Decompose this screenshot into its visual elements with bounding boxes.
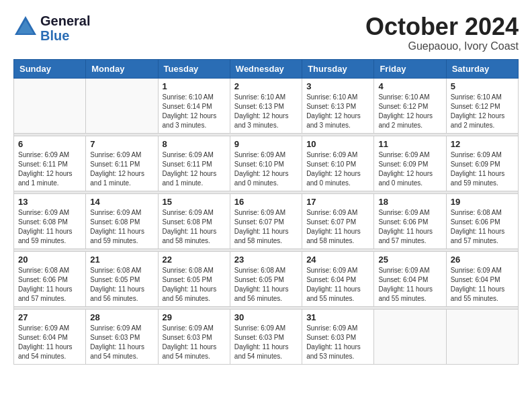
- day-info: Sunrise: 6:10 AM Sunset: 6:12 PM Dayligh…: [378, 93, 441, 130]
- calendar-week-row-1: 1Sunrise: 6:10 AM Sunset: 6:14 PM Daylig…: [14, 78, 519, 133]
- day-info: Sunrise: 6:09 AM Sunset: 6:03 PM Dayligh…: [163, 324, 226, 361]
- calendar-cell: 25Sunrise: 6:09 AM Sunset: 6:04 PM Dayli…: [374, 251, 446, 306]
- day-info: Sunrise: 6:08 AM Sunset: 6:06 PM Dayligh…: [451, 208, 514, 246]
- col-header-wednesday: Wednesday: [230, 59, 302, 78]
- month-title: October 2024: [365, 13, 519, 40]
- day-number: 7: [90, 139, 153, 149]
- calendar-cell: 19Sunrise: 6:08 AM Sunset: 6:06 PM Dayli…: [446, 193, 518, 248]
- calendar-week-row-4: 20Sunrise: 6:08 AM Sunset: 6:06 PM Dayli…: [14, 251, 519, 306]
- day-number: 17: [306, 197, 369, 207]
- logo-blue: Blue: [40, 28, 90, 43]
- calendar-header-row: SundayMondayTuesdayWednesdayThursdayFrid…: [14, 59, 519, 78]
- calendar-cell: 13Sunrise: 6:09 AM Sunset: 6:08 PM Dayli…: [14, 193, 86, 248]
- day-number: 6: [18, 139, 81, 149]
- day-info: Sunrise: 6:09 AM Sunset: 6:08 PM Dayligh…: [90, 208, 153, 246]
- calendar-cell: 30Sunrise: 6:09 AM Sunset: 6:03 PM Dayli…: [230, 309, 302, 364]
- day-info: Sunrise: 6:09 AM Sunset: 6:09 PM Dayligh…: [378, 150, 441, 188]
- col-header-friday: Friday: [374, 59, 446, 78]
- calendar-cell: 8Sunrise: 6:09 AM Sunset: 6:11 PM Daylig…: [158, 136, 230, 191]
- calendar-cell: 22Sunrise: 6:08 AM Sunset: 6:05 PM Dayli…: [158, 251, 230, 306]
- day-info: Sunrise: 6:10 AM Sunset: 6:14 PM Dayligh…: [163, 93, 226, 130]
- calendar-cell: 29Sunrise: 6:09 AM Sunset: 6:03 PM Dayli…: [158, 309, 230, 364]
- col-header-sunday: Sunday: [14, 59, 86, 78]
- day-info: Sunrise: 6:09 AM Sunset: 6:10 PM Dayligh…: [234, 150, 298, 188]
- calendar-cell: 11Sunrise: 6:09 AM Sunset: 6:09 PM Dayli…: [374, 136, 446, 191]
- calendar-cell: 12Sunrise: 6:09 AM Sunset: 6:09 PM Dayli…: [446, 136, 518, 191]
- day-number: 31: [306, 312, 369, 322]
- day-number: 26: [451, 255, 514, 265]
- day-info: Sunrise: 6:09 AM Sunset: 6:07 PM Dayligh…: [234, 208, 298, 246]
- day-info: Sunrise: 6:09 AM Sunset: 6:04 PM Dayligh…: [451, 266, 514, 304]
- calendar-cell: 28Sunrise: 6:09 AM Sunset: 6:03 PM Dayli…: [86, 309, 158, 364]
- day-info: Sunrise: 6:09 AM Sunset: 6:04 PM Dayligh…: [378, 266, 441, 304]
- day-number: 25: [378, 255, 441, 265]
- day-info: Sunrise: 6:09 AM Sunset: 6:07 PM Dayligh…: [306, 208, 369, 246]
- day-info: Sunrise: 6:10 AM Sunset: 6:13 PM Dayligh…: [234, 93, 298, 130]
- logo-general: General: [40, 13, 90, 28]
- day-info: Sunrise: 6:09 AM Sunset: 6:11 PM Dayligh…: [18, 150, 81, 188]
- calendar-cell: 16Sunrise: 6:09 AM Sunset: 6:07 PM Dayli…: [230, 193, 302, 248]
- day-number: 22: [163, 255, 226, 265]
- day-number: 15: [163, 197, 226, 207]
- col-header-thursday: Thursday: [302, 59, 374, 78]
- calendar-cell: 14Sunrise: 6:09 AM Sunset: 6:08 PM Dayli…: [86, 193, 158, 248]
- col-header-saturday: Saturday: [446, 59, 518, 78]
- day-number: 11: [378, 139, 441, 149]
- calendar-cell: 9Sunrise: 6:09 AM Sunset: 6:10 PM Daylig…: [230, 136, 302, 191]
- day-info: Sunrise: 6:08 AM Sunset: 6:05 PM Dayligh…: [90, 266, 153, 304]
- header: General Blue October 2024 Guepaouo, Ivor…: [13, 13, 519, 52]
- day-info: Sunrise: 6:09 AM Sunset: 6:10 PM Dayligh…: [306, 150, 369, 188]
- calendar-cell: [446, 309, 518, 364]
- day-number: 4: [378, 81, 441, 91]
- day-number: 1: [163, 81, 226, 91]
- day-number: 14: [90, 197, 153, 207]
- day-info: Sunrise: 6:08 AM Sunset: 6:06 PM Dayligh…: [18, 266, 81, 304]
- col-header-tuesday: Tuesday: [158, 59, 230, 78]
- day-number: 3: [306, 81, 369, 91]
- col-header-monday: Monday: [86, 59, 158, 78]
- calendar-cell: 5Sunrise: 6:10 AM Sunset: 6:12 PM Daylig…: [446, 78, 518, 133]
- day-number: 19: [451, 197, 514, 207]
- day-info: Sunrise: 6:09 AM Sunset: 6:11 PM Dayligh…: [163, 150, 226, 188]
- calendar-cell: 20Sunrise: 6:08 AM Sunset: 6:06 PM Dayli…: [14, 251, 86, 306]
- calendar-cell: 26Sunrise: 6:09 AM Sunset: 6:04 PM Dayli…: [446, 251, 518, 306]
- day-info: Sunrise: 6:09 AM Sunset: 6:08 PM Dayligh…: [163, 208, 226, 246]
- day-number: 27: [18, 312, 81, 322]
- logo-text: General Blue: [40, 13, 90, 43]
- calendar-cell: 17Sunrise: 6:09 AM Sunset: 6:07 PM Dayli…: [302, 193, 374, 248]
- calendar-cell: 24Sunrise: 6:09 AM Sunset: 6:04 PM Dayli…: [302, 251, 374, 306]
- day-info: Sunrise: 6:08 AM Sunset: 6:05 PM Dayligh…: [234, 266, 298, 304]
- calendar-cell: 1Sunrise: 6:10 AM Sunset: 6:14 PM Daylig…: [158, 78, 230, 133]
- calendar-cell: 3Sunrise: 6:10 AM Sunset: 6:13 PM Daylig…: [302, 78, 374, 133]
- day-info: Sunrise: 6:09 AM Sunset: 6:03 PM Dayligh…: [306, 324, 369, 361]
- calendar-week-row-2: 6Sunrise: 6:09 AM Sunset: 6:11 PM Daylig…: [14, 136, 519, 191]
- calendar-cell: 10Sunrise: 6:09 AM Sunset: 6:10 PM Dayli…: [302, 136, 374, 191]
- calendar-cell: 4Sunrise: 6:10 AM Sunset: 6:12 PM Daylig…: [374, 78, 446, 133]
- calendar-cell: [86, 78, 158, 133]
- calendar-cell: [374, 309, 446, 364]
- day-info: Sunrise: 6:09 AM Sunset: 6:03 PM Dayligh…: [234, 324, 298, 361]
- calendar-cell: 18Sunrise: 6:09 AM Sunset: 6:06 PM Dayli…: [374, 193, 446, 248]
- day-info: Sunrise: 6:09 AM Sunset: 6:08 PM Dayligh…: [18, 208, 81, 246]
- day-info: Sunrise: 6:09 AM Sunset: 6:09 PM Dayligh…: [451, 150, 514, 188]
- day-number: 16: [234, 197, 298, 207]
- logo: General Blue: [13, 13, 90, 43]
- location-subtitle: Guepaouo, Ivory Coast: [365, 40, 519, 52]
- calendar-cell: 27Sunrise: 6:09 AM Sunset: 6:04 PM Dayli…: [14, 309, 86, 364]
- calendar-cell: 15Sunrise: 6:09 AM Sunset: 6:08 PM Dayli…: [158, 193, 230, 248]
- day-number: 28: [90, 312, 153, 322]
- calendar-week-row-3: 13Sunrise: 6:09 AM Sunset: 6:08 PM Dayli…: [14, 193, 519, 248]
- day-number: 24: [306, 255, 369, 265]
- title-area: October 2024 Guepaouo, Ivory Coast: [365, 13, 519, 52]
- day-info: Sunrise: 6:10 AM Sunset: 6:12 PM Dayligh…: [451, 93, 514, 130]
- day-number: 5: [451, 81, 514, 91]
- day-number: 20: [18, 255, 81, 265]
- day-info: Sunrise: 6:08 AM Sunset: 6:05 PM Dayligh…: [163, 266, 226, 304]
- day-number: 8: [163, 139, 226, 149]
- calendar-cell: [14, 78, 86, 133]
- calendar-cell: 23Sunrise: 6:08 AM Sunset: 6:05 PM Dayli…: [230, 251, 302, 306]
- day-info: Sunrise: 6:09 AM Sunset: 6:06 PM Dayligh…: [378, 208, 441, 246]
- calendar-cell: 7Sunrise: 6:09 AM Sunset: 6:11 PM Daylig…: [86, 136, 158, 191]
- day-info: Sunrise: 6:09 AM Sunset: 6:11 PM Dayligh…: [90, 150, 153, 188]
- logo-icon: [13, 15, 38, 42]
